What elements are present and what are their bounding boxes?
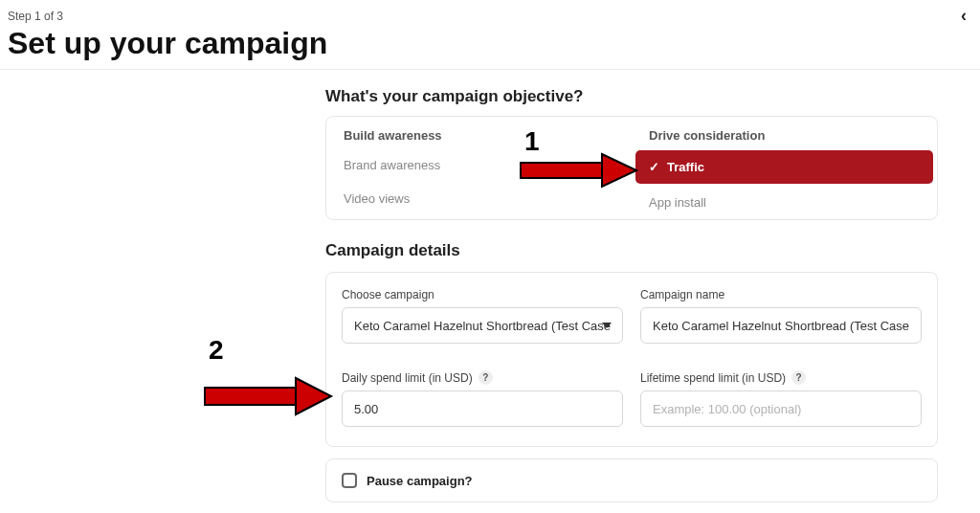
campaign-name-input[interactable] (640, 307, 922, 344)
lifetime-limit-input[interactable] (640, 390, 922, 427)
details-heading: Campaign details (325, 241, 938, 260)
back-chevron-icon[interactable]: ‹ (961, 6, 972, 26)
details-card: Choose campaign Keto Caramel Hazelnut Sh… (325, 272, 938, 447)
annotation-arrow-2 (201, 375, 335, 417)
daily-limit-input[interactable] (342, 390, 623, 427)
check-icon: ✓ (649, 160, 659, 174)
step-indicator: Step 1 of 3 (8, 10, 63, 23)
help-icon[interactable]: ? (479, 370, 493, 385)
choose-campaign-label: Choose campaign (342, 288, 623, 301)
page-title: Set up your campaign (8, 26, 972, 61)
choose-campaign-select[interactable]: Keto Caramel Hazelnut Shortbread (Test C… (342, 307, 623, 344)
objective-traffic[interactable]: ✓ Traffic (635, 150, 933, 184)
objective-header-consideration: Drive consideration (632, 117, 937, 148)
svg-marker-1 (602, 154, 636, 187)
objective-heading: What's your campaign objective? (325, 87, 938, 106)
svg-marker-3 (296, 378, 331, 414)
objective-col-consideration: Drive consideration ✓ Traffic App instal… (632, 117, 937, 219)
annotation-number-2: 2 (209, 335, 224, 366)
svg-rect-0 (521, 163, 602, 178)
main-content: What's your campaign objective? Build aw… (325, 87, 938, 502)
objective-traffic-label: Traffic (667, 160, 704, 174)
svg-rect-2 (205, 388, 296, 405)
pause-checkbox[interactable] (342, 473, 357, 488)
daily-limit-label: Daily spend limit (in USD) (342, 371, 473, 385)
campaign-name-label: Campaign name (640, 288, 922, 301)
help-icon[interactable]: ? (791, 370, 806, 385)
objective-app-install[interactable]: App install (632, 186, 937, 219)
pause-label: Pause campaign? (367, 474, 473, 488)
lifetime-limit-label: Lifetime spend limit (in USD) (640, 371, 786, 385)
objective-header-awareness: Build awareness (326, 117, 632, 148)
top-bar: Step 1 of 3 ‹ Set up your campaign (0, 0, 980, 70)
pause-card: Pause campaign? (325, 458, 938, 502)
annotation-arrow-1 (517, 151, 641, 190)
